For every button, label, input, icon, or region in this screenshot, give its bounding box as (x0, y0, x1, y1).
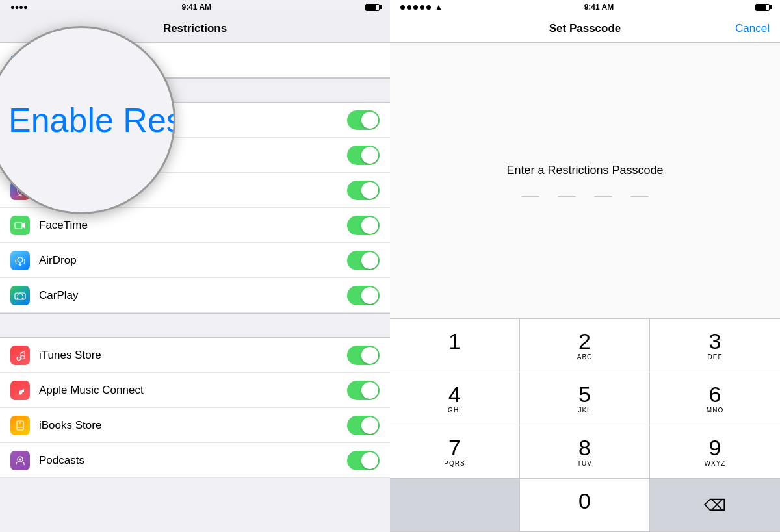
right-panel: ▲ 9:41 AM Set Passcode Cancel Enter a Re… (390, 0, 780, 532)
facetime-toggle[interactable] (347, 216, 380, 235)
right-battery-icon (755, 4, 770, 11)
key-4[interactable]: 4 GHI (390, 372, 520, 425)
delete-icon: ⌫ (704, 496, 726, 514)
itunes-section-divider (0, 313, 390, 338)
airdrop-row[interactable]: AirDrop (0, 243, 390, 278)
signal-dot-5 (426, 5, 431, 10)
podcasts-icon (10, 451, 30, 470)
left-signal: ●●●● (10, 3, 28, 11)
passcode-dash-4 (630, 196, 649, 197)
key-4-number: 4 (448, 383, 461, 405)
itunes-label: iTunes Store (39, 349, 347, 362)
svg-marker-15 (18, 264, 22, 266)
key-7-letters: PQRS (444, 460, 465, 467)
left-status-bar: ●●●● 9:41 AM (0, 0, 390, 14)
key-8-number: 8 (578, 437, 591, 459)
applemusic-toggle[interactable] (347, 381, 380, 400)
ibooks-label: iBooks Store (39, 419, 347, 432)
svg-line-21 (21, 351, 25, 353)
svg-point-20 (21, 355, 25, 359)
key-6-letters: MNO (707, 407, 723, 414)
right-signal: ▲ (400, 3, 443, 12)
signal-dot-4 (420, 5, 424, 10)
key-5-letters: JKL (578, 407, 591, 414)
left-battery (365, 4, 380, 11)
key-2-number: 2 (578, 330, 591, 352)
svg-point-17 (17, 297, 19, 299)
facetime-icon (10, 216, 30, 235)
podcasts-toggle[interactable] (347, 451, 380, 470)
key-1[interactable]: 1 (390, 319, 520, 372)
key-2[interactable]: 2 ABC (520, 319, 650, 372)
key-9-letters: WXYZ (705, 460, 726, 467)
itunes-row[interactable]: iTunes Store (0, 338, 390, 373)
safari-toggle[interactable] (347, 110, 380, 130)
applemusic-row[interactable]: Apple Music Connect (0, 373, 390, 408)
left-panel: ●●●● 9:41 AM Restrictions Enable Restric… (0, 0, 390, 532)
key-0-number: 0 (578, 490, 591, 512)
key-empty (390, 479, 520, 532)
applemusic-label: Apple Music Connect (39, 384, 347, 397)
passcode-dash-1 (521, 196, 540, 197)
key-8-letters: TUV (577, 460, 592, 467)
battery-icon (365, 4, 380, 11)
key-3[interactable]: 3 DEF (650, 319, 780, 372)
key-0[interactable]: 0 (520, 479, 650, 532)
ibooks-icon (10, 416, 30, 435)
facetime-label: FaceTime (39, 219, 347, 232)
itunes-icon (10, 346, 30, 365)
key-9[interactable]: 9 WXYZ (650, 425, 780, 479)
magnifier-text: Enable Restr (8, 101, 176, 140)
key-1-number: 1 (448, 330, 461, 352)
passcode-input-indicator (521, 196, 649, 197)
carplay-toggle[interactable] (347, 286, 380, 305)
key-7[interactable]: 7 PQRS (390, 425, 520, 479)
svg-marker-12 (22, 222, 25, 229)
signal-dot-3 (413, 5, 418, 10)
wifi-icon: ▲ (435, 3, 443, 12)
passcode-prompt: Enter a Restrictions Passcode (506, 164, 663, 177)
applemusic-icon (10, 381, 30, 400)
podcasts-row[interactable]: Podcasts (0, 443, 390, 478)
carplay-label: CarPlay (39, 289, 347, 302)
key-5-number: 5 (578, 383, 591, 405)
camera-toggle[interactable] (347, 146, 380, 165)
right-time: 9:41 AM (584, 3, 614, 12)
left-nav-title: Restrictions (163, 22, 227, 35)
svg-point-28 (20, 458, 21, 460)
svg-point-19 (17, 357, 21, 360)
key-2-letters: ABC (577, 353, 593, 361)
left-time: 9:41 AM (182, 3, 212, 12)
key-7-number: 7 (448, 437, 461, 459)
signal-dot-1 (400, 5, 405, 10)
siri-toggle[interactable] (347, 181, 380, 200)
key-4-letters: GHI (448, 407, 462, 414)
right-nav-title: Set Passcode (549, 22, 621, 35)
podcasts-label: Podcasts (39, 454, 347, 467)
airdrop-toggle[interactable] (347, 251, 380, 270)
cancel-button[interactable]: Cancel (735, 22, 770, 35)
svg-rect-24 (17, 421, 23, 430)
passcode-dash-3 (594, 196, 612, 197)
right-status-bar: ▲ 9:41 AM (390, 0, 780, 14)
carplay-row[interactable]: CarPlay (0, 278, 390, 313)
key-3-letters: DEF (708, 353, 723, 361)
key-delete[interactable]: ⌫ (650, 479, 780, 532)
key-9-number: 9 (709, 437, 722, 459)
key-6-number: 6 (709, 383, 722, 405)
signal-dot-2 (407, 5, 411, 10)
facetime-row[interactable]: FaceTime (0, 208, 390, 243)
numpad: 1 2 ABC 3 DEF 4 GHI 5 JKL 6 MNO 7 PQRS (390, 318, 780, 532)
ibooks-toggle[interactable] (347, 416, 380, 435)
key-5[interactable]: 5 JKL (520, 372, 650, 425)
right-nav-bar: Set Passcode Cancel (390, 14, 780, 43)
key-8[interactable]: 8 TUV (520, 425, 650, 479)
passcode-entry-area: Enter a Restrictions Passcode (390, 43, 780, 318)
carplay-icon (10, 286, 30, 305)
key-6[interactable]: 6 MNO (650, 372, 780, 425)
airdrop-label: AirDrop (39, 254, 347, 267)
itunes-toggle[interactable] (347, 346, 380, 365)
svg-point-13 (18, 257, 23, 262)
ibooks-row[interactable]: iBooks Store (0, 408, 390, 443)
key-3-number: 3 (709, 330, 722, 352)
